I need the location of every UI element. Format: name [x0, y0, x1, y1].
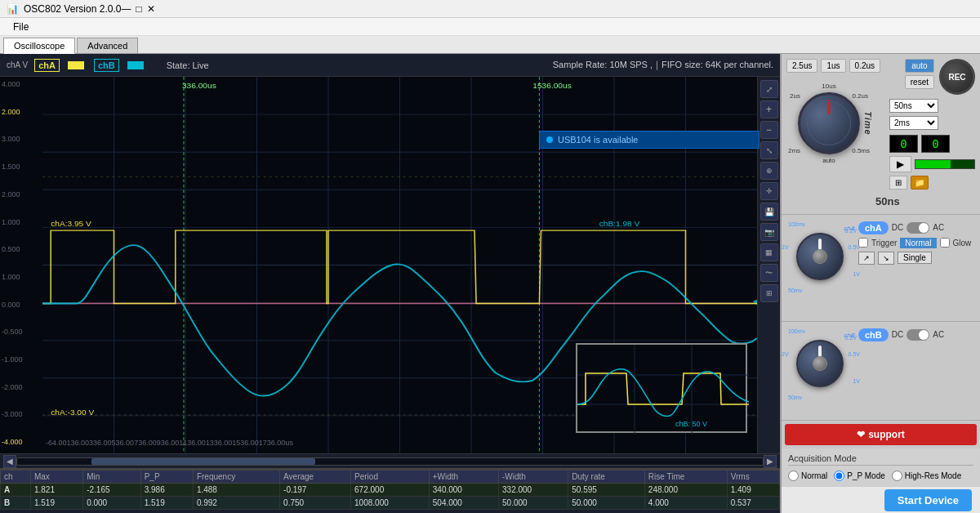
auto-btn[interactable]: auto	[905, 59, 934, 73]
chart-area[interactable]: USB104 is available	[0, 77, 780, 453]
minimize-btn[interactable]: —	[121, 3, 131, 15]
folder-btn[interactable]: 📁	[911, 176, 929, 190]
normal-btn[interactable]: Normal	[900, 238, 936, 248]
tb-1us-btn[interactable]: 1us	[821, 59, 845, 73]
col-vrms: Vrms	[727, 471, 779, 484]
start-device-button[interactable]: Start Device	[884, 489, 972, 511]
file-menu[interactable]: File	[7, 20, 35, 34]
auto-reset-controls: auto reset	[905, 59, 934, 89]
x-label-5: 736.00	[134, 439, 157, 447]
y-label-4: 1.500	[2, 163, 41, 171]
acq-highres-radio[interactable]	[892, 471, 902, 481]
y-label-11: -1.000	[2, 355, 41, 364]
row-a-min: -2.165	[83, 484, 141, 497]
scale-auto0: auto	[822, 157, 835, 164]
trigger-checkbox[interactable]	[858, 238, 868, 248]
x-label-9: 1536.00	[232, 439, 259, 447]
chb-label[interactable]: chB	[94, 59, 119, 72]
col-ch: ch	[1, 471, 31, 484]
trig-icons-row: ↗ ↘ Single	[858, 252, 977, 265]
glow-checkbox[interactable]	[940, 238, 950, 248]
single-btn[interactable]: Single	[898, 252, 932, 264]
scale-10us: 10us	[822, 83, 835, 90]
acq-normal-radio[interactable]	[788, 471, 799, 481]
x-label-3: 336.00	[89, 439, 112, 447]
acq-pp-radio[interactable]	[834, 471, 844, 481]
row-b-vrms: 0.537	[727, 497, 779, 510]
row-a-max: 1.821	[30, 484, 82, 497]
time-knob[interactable]	[798, 92, 860, 154]
rising-edge-btn[interactable]: ↗	[858, 252, 875, 265]
scrollbar[interactable]: ◀ ▶	[0, 453, 780, 468]
scroll-thumb[interactable]	[91, 458, 315, 465]
row-a-plus-width: 340.000	[429, 484, 498, 497]
grid-btn[interactable]: ⊞	[760, 284, 778, 302]
qr-btn[interactable]: ▦	[760, 243, 778, 261]
falling-edge-btn[interactable]: ↘	[878, 252, 894, 265]
cursor-btn[interactable]: ✛	[760, 182, 778, 200]
tb-2_5us-btn[interactable]: 2.5us	[786, 59, 817, 73]
measurements-table: ch Max Min P_P Frequency Average Period …	[0, 468, 780, 513]
acq-highres-opt[interactable]: High-Res Mode	[892, 471, 961, 481]
measure-btn[interactable]: ⊕	[760, 162, 778, 180]
right-panel: 2.5us 1us 0.2us auto reset REC 10us 2us	[780, 54, 980, 513]
chb-knob-center	[813, 356, 827, 371]
cha-dc-ac-toggle[interactable]	[906, 222, 929, 234]
scale-2ms: 2ms	[788, 147, 800, 154]
x-label-6: 936.00	[157, 439, 180, 447]
row-a-avg: -0.197	[280, 484, 351, 497]
row-b-ch: B	[1, 497, 31, 510]
scroll-track[interactable]	[16, 457, 764, 466]
support-button[interactable]: ❤ support	[785, 424, 977, 445]
x-label-7: 1136.00	[179, 439, 206, 447]
tab-oscilloscope[interactable]: Oscilloscope	[3, 38, 75, 54]
tab-advanced[interactable]: Advanced	[77, 38, 138, 53]
counter-left: 0	[889, 135, 918, 153]
y-label-9: 0.000	[2, 301, 41, 309]
chb-dc-ac-toggle[interactable]	[906, 329, 929, 341]
chb-volt-knob[interactable]	[796, 340, 844, 387]
y-label-1: 4.000	[2, 80, 41, 88]
acq-normal-label: Normal	[801, 471, 827, 480]
main-area: chA V chA chB State: Live Sample Rate: 1…	[0, 54, 980, 513]
mixer-btn[interactable]: ⊞	[889, 176, 907, 190]
cha-label[interactable]: chA	[34, 59, 60, 72]
rec-button[interactable]: REC	[939, 59, 975, 95]
cha-section: 100mv 0.2V 0.5V 1V 50mv 2V chA chA DC	[782, 215, 980, 322]
tb-0_2us-btn[interactable]: 0.2us	[849, 59, 880, 73]
tb-select-2[interactable]: 2ms5ms10ms	[889, 116, 938, 130]
scroll-right-btn[interactable]: ▶	[764, 455, 777, 468]
zoom-in-btn[interactable]: +	[760, 100, 778, 118]
zoom-fit-btn[interactable]: ⤢	[760, 80, 778, 98]
chb-button[interactable]: chB	[858, 328, 889, 341]
wave-btn[interactable]: 〜	[760, 264, 778, 282]
svg-text:1536.00us: 1536.00us	[532, 81, 572, 90]
y-label-14: -4.000	[2, 438, 41, 446]
cha-dc-label: DC	[892, 223, 903, 232]
glow-label: Glow	[953, 239, 972, 248]
svg-text:chA:3.95 V: chA:3.95 V	[51, 220, 91, 229]
maximize-btn[interactable]: □	[136, 3, 141, 15]
acq-normal-opt[interactable]: Normal	[788, 471, 827, 481]
scroll-left-btn[interactable]: ◀	[3, 455, 16, 468]
reset-btn[interactable]: reset	[905, 75, 934, 89]
save-btn[interactable]: 💾	[760, 203, 778, 221]
time-knob-container: 10us 2us 0.2us 2ms 0.5ms auto Time	[788, 83, 870, 164]
tb-select-1[interactable]: 50ns100ns1us	[889, 99, 938, 113]
pan-btn[interactable]: ⤡	[760, 141, 778, 159]
close-btn[interactable]: ✕	[147, 3, 155, 15]
acq-options: Normal P_P Mode High-Res Mode	[788, 471, 973, 481]
cha-volt-knob[interactable]	[796, 233, 844, 280]
cha-button[interactable]: chA	[858, 221, 889, 234]
y-label-5: 2.000	[2, 190, 41, 199]
col-frequency: Frequency	[193, 471, 279, 484]
usb-dot	[546, 136, 553, 143]
row-b-minus-width: 50.000	[499, 497, 568, 510]
zoom-out-btn[interactable]: −	[760, 121, 778, 139]
y-label-10: -0.500	[2, 328, 41, 336]
row-b-avg: 0.750	[280, 497, 351, 510]
play-btn[interactable]: ▶	[889, 156, 911, 172]
oscilloscope-area: chA V chA chB State: Live Sample Rate: 1…	[0, 54, 780, 513]
acq-pp-opt[interactable]: P_P Mode	[834, 471, 885, 481]
camera-btn[interactable]: 📷	[760, 223, 778, 241]
